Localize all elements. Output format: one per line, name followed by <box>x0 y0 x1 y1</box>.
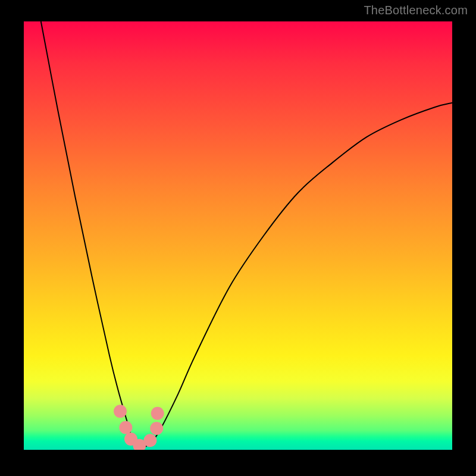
watermark-text: TheBottleneck.com <box>364 4 468 17</box>
curve-marker <box>119 421 132 434</box>
plot-area <box>24 21 452 450</box>
curve-marker <box>114 405 127 418</box>
bottleneck-curve <box>41 21 452 449</box>
curve-marker <box>151 407 164 420</box>
curve-marker <box>143 434 156 447</box>
marker-group <box>114 405 164 450</box>
chart-frame: TheBottleneck.com <box>0 0 476 476</box>
bottleneck-curve-svg <box>24 21 452 450</box>
curve-marker <box>150 422 163 435</box>
